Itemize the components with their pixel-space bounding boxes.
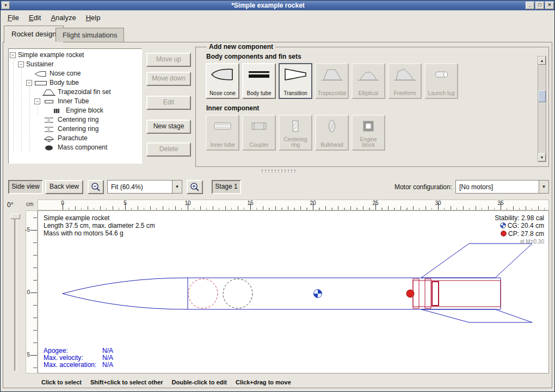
stability-info: Stability: 2.98 cal CG: 20.4 cm CP: 27.8…: [495, 214, 544, 246]
button-label: Freeform: [394, 91, 416, 96]
tree-item-label: Nose cone: [50, 69, 81, 78]
menu-edit[interactable]: Edit: [24, 11, 46, 24]
tree-item-label: Centering ring: [58, 125, 98, 134]
max-acceleration-label: Max. acceleration:: [44, 362, 102, 369]
rocket-dimensions: Length 37.5 cm, max. diameter 2.5 cm: [44, 222, 155, 229]
button-label: Transition: [283, 91, 307, 96]
dropdown-arrow-icon[interactable]: ▼: [539, 181, 548, 193]
menu-analyze[interactable]: Analyze: [46, 11, 81, 24]
centering-ring-icon: [42, 126, 55, 133]
move-down-button[interactable]: Move down: [146, 72, 191, 86]
ruler-tick-label: 25: [370, 200, 381, 206]
titlebar: ▾ *Simple example rocket _ □ ✕: [1, 1, 554, 10]
zoom-in-icon: [190, 186, 200, 194]
freeform-fin-button[interactable]: Freeform: [388, 63, 422, 99]
bulkhead-button[interactable]: Bulkhead: [315, 115, 349, 151]
tree-item-sustainer[interactable]: − Sustainer: [10, 60, 140, 69]
max-acceleration-value: N/A: [102, 361, 113, 369]
new-stage-button[interactable]: New stage: [146, 120, 191, 134]
tree-item-label: Inner Tube: [58, 97, 89, 106]
tree-item-centering-ring[interactable]: Centering ring: [10, 115, 140, 125]
back-view-button[interactable]: Back view: [45, 180, 83, 194]
collapse-handle-icon[interactable]: −: [10, 52, 16, 58]
horizontal-ruler: 0 5 10 15 20 25 30 35: [38, 200, 549, 210]
app-window: ▾ *Simple example rocket _ □ ✕ File Edit…: [0, 0, 555, 392]
scroll-up-button[interactable]: ▲: [538, 57, 546, 65]
tree-item-fin-set[interactable]: Trapezoidal fin set: [10, 88, 140, 97]
zoom-out-icon: [91, 186, 101, 194]
move-up-button[interactable]: Move up: [146, 53, 191, 67]
button-label: Body tube: [246, 91, 271, 96]
coupler-button[interactable]: Coupler: [242, 115, 276, 151]
collapse-handle-icon[interactable]: −: [26, 80, 32, 86]
transition-button[interactable]: Transition: [279, 63, 312, 99]
menubar: File Edit Analyze Help: [1, 10, 554, 24]
engine-block-button[interactable]: Engine block: [351, 115, 385, 151]
ruler-tick-label: 30: [433, 200, 443, 206]
freeform-fin-icon: [393, 67, 417, 83]
parachute-icon: [42, 135, 55, 142]
inner-tube-button[interactable]: Inner tube: [206, 115, 239, 151]
rocket-info: Simple example rocket Length 37.5 cm, ma…: [44, 214, 155, 237]
minimize-button[interactable]: _: [526, 2, 534, 9]
body-tube-button[interactable]: Body tube: [242, 63, 276, 99]
tree-item-mass-component[interactable]: Mass component: [10, 143, 140, 152]
delete-button[interactable]: Delete: [146, 142, 191, 157]
mass-component-icon: [42, 144, 55, 152]
button-label: Coupler: [249, 142, 268, 148]
launch-lug-button[interactable]: Launch lug: [424, 63, 458, 99]
button-label: Engine block: [353, 137, 384, 148]
launch-lug-icon: [429, 67, 453, 83]
dropdown-arrow-icon[interactable]: ▼: [172, 181, 182, 193]
button-label: Inner tube: [210, 142, 235, 148]
body-tube-icon: [247, 67, 271, 83]
menu-file[interactable]: File: [3, 11, 24, 24]
close-button[interactable]: ✕: [545, 2, 554, 9]
zoom-level-select[interactable]: Fit (60.4%) ▼: [107, 180, 182, 194]
zoom-in-button[interactable]: [187, 180, 203, 194]
component-scrollbar[interactable]: ▲ ▼: [538, 56, 546, 162]
tree-item-label: Centering ring: [58, 115, 98, 125]
motor-configuration-select[interactable]: [No motors] ▼: [455, 180, 549, 194]
tree-item-nose-cone[interactable]: Nose cone: [10, 69, 140, 78]
collapse-handle-icon[interactable]: −: [34, 98, 40, 104]
button-label: Centering ring: [280, 137, 311, 148]
inner-component-label: Inner component: [206, 104, 538, 112]
rocket-diagram-canvas[interactable]: Simple example rocket Length 37.5 cm, ma…: [38, 210, 549, 374]
add-component-group: Add new component Body components and fi…: [195, 43, 549, 167]
component-tree[interactable]: − Simple example rocket − Sustainer Nose…: [8, 48, 142, 164]
rotation-angle-label: 0°: [7, 201, 13, 209]
collapse-handle-icon[interactable]: −: [18, 61, 24, 67]
stage-1-toggle[interactable]: Stage 1: [212, 180, 241, 194]
rotation-slider-thumb[interactable]: [10, 214, 20, 219]
tree-item-engine-block[interactable]: Engine block: [10, 106, 140, 115]
tree-item-rocket[interactable]: − Simple example rocket: [10, 51, 140, 60]
mass-dashed-outline: [223, 279, 252, 308]
rocket-body-outline: [63, 244, 532, 322]
tab-flight-simulations[interactable]: Flight simulations: [55, 28, 124, 42]
tree-item-label: Body tube: [50, 78, 79, 88]
split-pane-divider[interactable]: [261, 169, 295, 172]
rotation-slider[interactable]: [14, 214, 17, 371]
maximize-button[interactable]: □: [535, 2, 544, 9]
elliptical-fin-button[interactable]: Elliptical: [351, 63, 385, 99]
nose-cone-button[interactable]: Nose cone: [206, 63, 239, 99]
motor-configuration-value: [No motors]: [456, 183, 539, 191]
tree-item-centering-ring[interactable]: Centering ring: [10, 125, 140, 134]
tree-item-inner-tube[interactable]: − Inner Tube: [10, 97, 140, 106]
window-menu-icon[interactable]: ▾: [2, 2, 10, 9]
tree-item-parachute[interactable]: Parachute: [10, 134, 140, 143]
tree-item-body-tube[interactable]: − Body tube: [10, 78, 140, 88]
body-components-row: Nose cone Body tube Transition Trapezoid…: [206, 63, 538, 99]
menu-help[interactable]: Help: [81, 11, 106, 24]
trapezoidal-fin-button[interactable]: Trapezoidal: [315, 63, 349, 99]
zoom-out-button[interactable]: [88, 180, 104, 194]
ruler-tick-label: 5: [27, 352, 30, 358]
edit-button[interactable]: Edit: [146, 96, 191, 110]
scroll-down-button[interactable]: ▼: [538, 153, 546, 161]
vertical-ruler: -5 0 5: [26, 210, 38, 374]
side-view-button[interactable]: Side view: [8, 180, 43, 194]
tab-rocket-design[interactable]: Rocket design: [4, 26, 64, 42]
centering-ring-button[interactable]: Centering ring: [279, 115, 312, 151]
scrollbar-thumb[interactable]: [538, 90, 546, 102]
